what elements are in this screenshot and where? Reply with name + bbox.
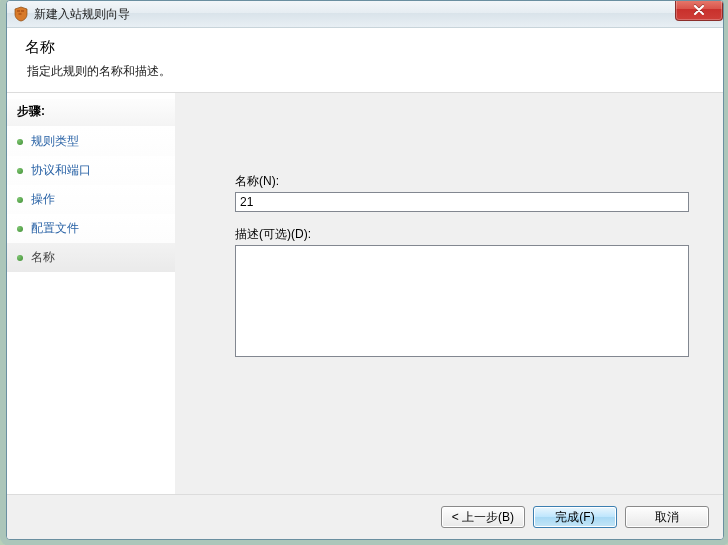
window-title: 新建入站规则向导 bbox=[34, 6, 130, 23]
step-label: 规则类型 bbox=[31, 133, 79, 150]
svg-rect-2 bbox=[19, 13, 22, 15]
bullet-icon bbox=[17, 255, 23, 261]
close-button[interactable] bbox=[675, 0, 723, 21]
step-protocol-port[interactable]: 协议和端口 bbox=[7, 156, 175, 185]
name-input[interactable] bbox=[235, 192, 689, 212]
steps-heading: 步骤: bbox=[7, 99, 175, 127]
bullet-icon bbox=[17, 197, 23, 203]
titlebar[interactable]: 新建入站规则向导 bbox=[7, 1, 723, 28]
step-label: 配置文件 bbox=[31, 220, 79, 237]
page-title: 名称 bbox=[25, 38, 705, 57]
close-icon bbox=[693, 5, 705, 15]
wizard-window: 新建入站规则向导 名称 指定此规则的名称和描述。 步骤: 规则类型 协议和端口 … bbox=[6, 0, 724, 540]
step-profile[interactable]: 配置文件 bbox=[7, 214, 175, 243]
description-input[interactable] bbox=[235, 245, 689, 357]
form-area: 名称(N): 描述(可选)(D): bbox=[175, 93, 723, 494]
steps-sidebar: 步骤: 规则类型 协议和端口 操作 配置文件 名称 bbox=[7, 93, 175, 494]
step-label: 操作 bbox=[31, 191, 55, 208]
step-label: 协议和端口 bbox=[31, 162, 91, 179]
bullet-icon bbox=[17, 226, 23, 232]
bullet-icon bbox=[17, 139, 23, 145]
wizard-body: 步骤: 规则类型 协议和端口 操作 配置文件 名称 名 bbox=[7, 92, 723, 494]
wizard-footer: < 上一步(B) 完成(F) 取消 bbox=[7, 494, 723, 539]
firewall-icon bbox=[13, 6, 29, 22]
svg-rect-0 bbox=[17, 10, 20, 12]
step-name[interactable]: 名称 bbox=[7, 243, 175, 272]
back-button[interactable]: < 上一步(B) bbox=[441, 506, 525, 528]
svg-rect-1 bbox=[21, 10, 24, 12]
step-rule-type[interactable]: 规则类型 bbox=[7, 127, 175, 156]
finish-button[interactable]: 完成(F) bbox=[533, 506, 617, 528]
step-label: 名称 bbox=[31, 249, 55, 266]
name-label: 名称(N): bbox=[235, 173, 699, 190]
step-action[interactable]: 操作 bbox=[7, 185, 175, 214]
cancel-button[interactable]: 取消 bbox=[625, 506, 709, 528]
description-label: 描述(可选)(D): bbox=[235, 226, 699, 243]
page-subtitle: 指定此规则的名称和描述。 bbox=[25, 63, 705, 80]
bullet-icon bbox=[17, 168, 23, 174]
wizard-header: 名称 指定此规则的名称和描述。 bbox=[7, 28, 723, 92]
